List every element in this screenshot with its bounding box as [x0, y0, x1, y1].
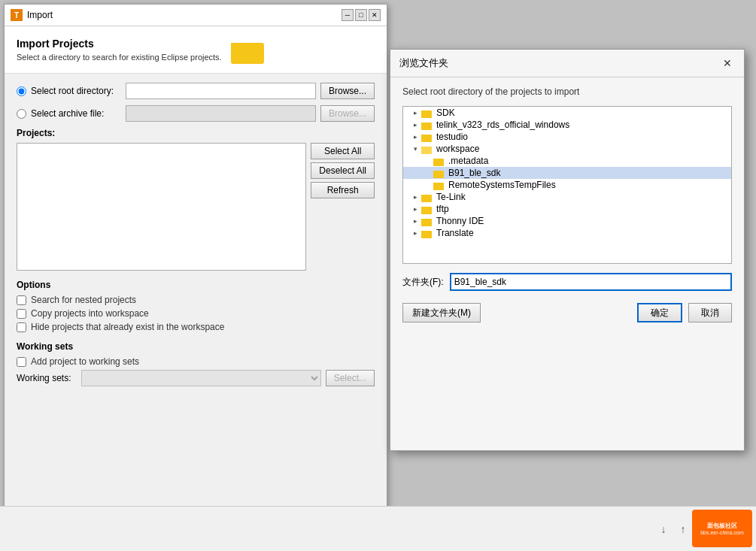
tree-item-metadata[interactable]: .metadata [403, 155, 731, 167]
watermark-line2: bbs.eer-china.com [700, 530, 744, 535]
working-sets-select [81, 370, 321, 386]
tree-arrow-translate[interactable]: ▸ [409, 229, 421, 237]
import-titlebar: T Import ─ □ ✕ [5, 5, 387, 26]
folder-icon-te_link [421, 192, 433, 202]
folder-icon-metadata [433, 156, 445, 166]
browse-close-button[interactable]: ✕ [720, 56, 735, 71]
minimize-button[interactable]: ─ [342, 9, 354, 21]
root-dir-row: Select root directory: Browse... [17, 83, 375, 99]
browse-body: Select root directory of the projects to… [390, 77, 744, 332]
tree-item-workspace[interactable]: ▾workspace [403, 143, 731, 155]
bottom-strip: ↓ ↑ ⇄ ▦ ▦ 面包板社区 bbs.eer-china.com [0, 506, 756, 551]
options-title: Options [17, 280, 375, 290]
deselect-all-button[interactable]: Deselect All [311, 162, 375, 179]
tree-arrow-sdk[interactable]: ▸ [409, 109, 421, 117]
tree-label-te_link: Te-Link [436, 192, 466, 202]
folder-icon-telink [421, 120, 433, 130]
browse-titlebar: 浏览文件夹 ✕ [390, 50, 744, 77]
folder-icon-tftp [421, 204, 433, 214]
root-dir-label: Select root directory: [31, 86, 121, 96]
tree-label-sdk: SDK [436, 107, 455, 118]
maximize-button[interactable]: □ [355, 9, 367, 21]
archive-input [126, 105, 316, 122]
hide-existing-checkbox[interactable] [17, 322, 26, 332]
copy-projects-label: Copy projects into workspace [31, 308, 149, 319]
filename-input[interactable] [450, 273, 732, 291]
folder-icon-remotesystems [433, 180, 445, 190]
tree-item-sdk[interactable]: ▸SDK [403, 107, 731, 119]
tree-item-b91_ble_sdk[interactable]: B91_ble_sdk [403, 167, 731, 179]
archive-label: Select archive file: [31, 108, 121, 119]
dialog-title: Import [27, 10, 53, 20]
search-nested-row: Search for nested projects [17, 295, 375, 305]
import-dialog: T Import ─ □ ✕ Import Projects Select a … [4, 4, 387, 545]
app-icon: T [11, 9, 23, 21]
search-nested-checkbox[interactable] [17, 295, 26, 305]
close-button[interactable]: ✕ [369, 9, 381, 21]
working-sets-label: Working sets: [17, 373, 77, 383]
filename-row: 文件夹(F): [402, 273, 732, 291]
archive-browse-button: Browse... [320, 105, 375, 122]
new-folder-button[interactable]: 新建文件夹(M) [402, 303, 481, 322]
browse-footer: 新建文件夹(M) 确定 取消 [402, 303, 732, 322]
header-folder-icon [231, 35, 267, 64]
tree-arrow-testudio[interactable]: ▸ [409, 133, 421, 141]
tree-arrow-telink[interactable]: ▸ [409, 121, 421, 129]
hide-existing-row: Hide projects that already exist in the … [17, 322, 375, 332]
tree-label-testudio: testudio [436, 132, 468, 142]
working-sets-select-button: Select... [326, 370, 375, 386]
header-subtitle: Select a directory to search for existin… [17, 53, 222, 62]
tree-item-remotesystems[interactable]: RemoteSystemsTempFiles [403, 179, 731, 191]
folder-icon-workspace [421, 144, 433, 154]
select-all-button[interactable]: Select All [311, 143, 375, 159]
titlebar-buttons: ─ □ ✕ [342, 9, 381, 21]
root-dir-radio[interactable] [17, 86, 26, 96]
add-working-sets-checkbox[interactable] [17, 357, 26, 367]
tree-arrow-te_link[interactable]: ▸ [409, 193, 421, 201]
tree-label-thonny_ide: Thonny IDE [436, 216, 484, 226]
tree-label-tftp: tftp [436, 204, 449, 214]
browse-title: 浏览文件夹 [399, 56, 448, 70]
copy-projects-checkbox[interactable] [17, 309, 26, 319]
file-tree[interactable]: ▸SDK▸telink_v323_rds_official_windows▸te… [402, 106, 732, 264]
working-sets-input-row: Working sets: Select... [17, 370, 375, 386]
strip-icon-down[interactable]: ↓ [655, 521, 672, 537]
hide-existing-label: Hide projects that already exist in the … [31, 322, 224, 332]
root-browse-button[interactable]: Browse... [320, 83, 375, 99]
tree-arrow-tftp[interactable]: ▸ [409, 205, 421, 213]
tree-label-telink: telink_v323_rds_official_windows [436, 120, 569, 130]
header-title: Import Projects [17, 38, 222, 50]
tree-label-workspace: workspace [436, 144, 479, 154]
watermark-line1: 面包板社区 [707, 522, 737, 530]
strip-icon-up[interactable]: ↑ [675, 521, 691, 537]
browse-description: Select root directory of the projects to… [402, 86, 732, 97]
ok-button[interactable]: 确定 [637, 303, 682, 322]
search-nested-label: Search for nested projects [31, 295, 136, 305]
working-sets-section: Working sets Add project to working sets… [17, 341, 375, 386]
folder-icon-translate [421, 229, 433, 238]
projects-list[interactable] [17, 143, 306, 271]
tree-item-tftp[interactable]: ▸tftp [403, 203, 731, 215]
tree-item-te_link[interactable]: ▸Te-Link [403, 191, 731, 203]
watermark: 面包板社区 bbs.eer-china.com [692, 510, 752, 547]
add-working-sets-label: Add project to working sets [31, 356, 139, 367]
filename-label: 文件夹(F): [402, 276, 444, 289]
tree-arrow-workspace[interactable]: ▾ [409, 145, 421, 153]
tree-item-translate[interactable]: ▸Translate [403, 227, 731, 239]
projects-label: Projects: [17, 128, 375, 138]
import-header: Import Projects Select a directory to se… [5, 26, 387, 74]
folder-icon-b91_ble_sdk [433, 168, 445, 178]
tree-label-remotesystems: RemoteSystemsTempFiles [448, 180, 556, 190]
root-dir-input[interactable] [126, 83, 316, 99]
archive-radio[interactable] [17, 109, 26, 119]
refresh-button[interactable]: Refresh [311, 182, 375, 198]
tree-item-thonny_ide[interactable]: ▸Thonny IDE [403, 215, 731, 227]
copy-projects-row: Copy projects into workspace [17, 308, 375, 319]
tree-label-metadata: .metadata [448, 156, 488, 166]
tree-arrow-thonny_ide[interactable]: ▸ [409, 217, 421, 225]
cancel-browse-button[interactable]: 取消 [688, 303, 732, 322]
tree-item-testudio[interactable]: ▸testudio [403, 131, 731, 143]
tree-label-translate: Translate [436, 228, 474, 238]
tree-item-telink[interactable]: ▸telink_v323_rds_official_windows [403, 119, 731, 131]
options-section: Options Search for nested projects Copy … [17, 280, 375, 332]
